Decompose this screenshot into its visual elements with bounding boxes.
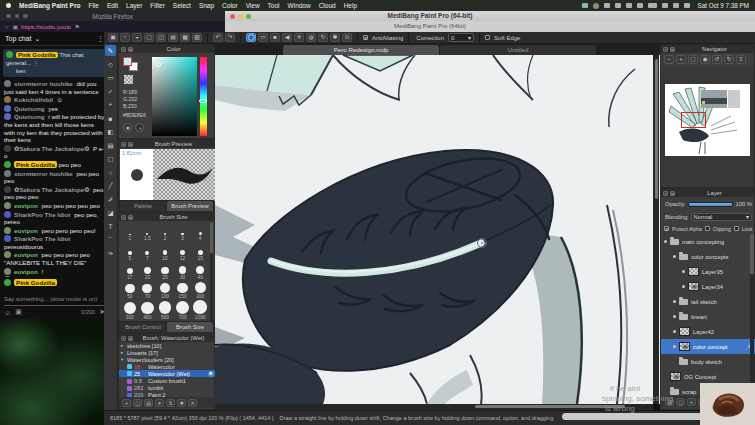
kebab-menu-icon[interactable]: ⋮ — [97, 35, 104, 43]
brush-size-17[interactable]: 17 — [121, 262, 139, 281]
bookmark-star-icon[interactable]: ☆ — [4, 23, 9, 30]
menu-item-tool[interactable]: Tool — [268, 2, 280, 9]
close-icon[interactable]: ✕ — [663, 47, 668, 52]
line-tool[interactable]: ╱ — [105, 180, 116, 191]
chat-message[interactable]: stormterror hushike peo peo peo — [3, 170, 106, 185]
navigator-menu-button[interactable]: ≡ — [736, 55, 746, 64]
popout-icon[interactable]: ⧉ — [128, 336, 133, 341]
layer-row-layer34[interactable]: Layer34 — [661, 279, 755, 294]
firefox-zoom-button[interactable] — [23, 14, 28, 19]
chat-message[interactable]: Quietsong yes — [3, 105, 106, 113]
undo-button[interactable]: ↶ — [213, 33, 223, 42]
brush-size-scrollbar[interactable] — [210, 223, 213, 321]
zoom-in-button[interactable]: + — [676, 55, 686, 64]
chat-input[interactable] — [4, 295, 105, 303]
blending-dropdown[interactable]: Normal▾ — [691, 213, 752, 221]
panel-layout-button[interactable]: ▤ — [168, 33, 178, 42]
brush-size-7[interactable]: 7 — [139, 242, 157, 261]
flag-icon[interactable]: ⚑ — [74, 23, 79, 30]
brush-settings-button[interactable]: ✱ — [177, 399, 186, 407]
new-canvas-button[interactable]: ▣ — [108, 33, 118, 42]
shape-tool[interactable]: ▢ — [105, 153, 116, 164]
menu-item-cloud[interactable]: Cloud — [319, 2, 336, 9]
zoom-button[interactable] — [246, 14, 251, 19]
visibility-dot[interactable] — [673, 300, 676, 303]
brush-size-300[interactable]: 300 — [121, 300, 139, 321]
ellipse-tool[interactable]: ○ — [105, 167, 116, 178]
correction-dropdown[interactable]: 0▾ — [448, 33, 474, 42]
brush-size-2[interactable]: 2 — [156, 223, 174, 242]
hue-slider[interactable] — [200, 57, 207, 136]
display-icon[interactable] — [604, 3, 610, 8]
menu-item-layer[interactable]: Layer — [126, 2, 142, 9]
brush-size-1.5[interactable]: 1.5 — [139, 223, 157, 242]
curve-tool[interactable]: ✑ — [105, 248, 116, 259]
popout-icon[interactable]: ⧉ — [128, 215, 133, 220]
brush-watercolor[interactable]: 18Watercolor — [119, 363, 216, 370]
popout-icon[interactable]: ⧉ — [670, 191, 675, 196]
chat-message[interactable]: Pink Godzilla peo peo — [3, 161, 106, 169]
move-tool[interactable]: + — [105, 99, 116, 110]
mask-tool[interactable]: ◪ — [105, 207, 116, 218]
visibility-dot[interactable] — [673, 315, 676, 318]
search-icon[interactable] — [673, 3, 679, 8]
color-wheel-button[interactable]: ✱ — [123, 123, 132, 132]
rotate-left-button[interactable]: ↺ — [712, 55, 722, 64]
popout-icon[interactable]: ⧉ — [128, 47, 133, 52]
brush-size-30[interactable]: 30 — [174, 262, 192, 281]
brush-menu-button[interactable]: ▾ — [155, 399, 164, 407]
firefox-close-button[interactable] — [6, 14, 11, 19]
close-icon[interactable]: ✕ — [121, 142, 126, 147]
layer-row-body-sketch[interactable]: body sketch — [661, 354, 755, 369]
firefox-minimize-button[interactable] — [15, 14, 20, 19]
chat-message[interactable]: Quietsong i will be protected by the ken… — [3, 113, 106, 143]
marquee-tool[interactable]: ▭ — [105, 72, 116, 83]
battery-icon[interactable] — [648, 3, 657, 8]
layer-row-color-concepts[interactable]: color concepts — [661, 249, 755, 264]
text-tool[interactable]: T — [105, 221, 116, 232]
brush-size-5[interactable]: 5 — [121, 242, 139, 261]
brush-group-waterclouders-20-[interactable]: ▾Waterclouders [20] — [119, 356, 216, 363]
select-rect-button[interactable]: ▭ — [258, 33, 268, 42]
snap-radial-button[interactable]: ✳ — [294, 33, 304, 42]
snap-circle-button[interactable]: ◍ — [306, 33, 316, 42]
deselect-button[interactable]: ◀ — [282, 33, 292, 42]
save-button[interactable]: ◫ — [156, 33, 166, 42]
canvas[interactable] — [215, 55, 660, 404]
brush-size-15[interactable]: 15 — [191, 242, 209, 261]
brush-size-10[interactable]: 10 — [156, 242, 174, 261]
visibility-dot[interactable] — [673, 255, 676, 258]
layer-row-layer35[interactable]: Layer35 — [661, 264, 755, 279]
menu-item-snap[interactable]: Snap — [199, 2, 214, 9]
layer-row-lineart[interactable]: lineart — [661, 309, 755, 324]
brush-size-25[interactable]: 25 — [156, 262, 174, 281]
shield-icon[interactable]: ▣ — [12, 23, 18, 30]
fit-view-button[interactable]: ▢ — [688, 55, 698, 64]
kebab-menu-icon[interactable]: ⋮ — [33, 60, 39, 66]
actual-size-button[interactable]: ◉ — [700, 55, 710, 64]
sort-brushes-button[interactable]: ⇅ — [166, 399, 175, 407]
grid-button[interactable]: ▦ — [180, 33, 190, 42]
tab-brush-size[interactable]: Brush Size — [167, 322, 213, 332]
chat-message[interactable]: euvipon ! — [3, 268, 106, 276]
hue-slider-handle[interactable] — [199, 99, 207, 103]
brush-size-40[interactable]: 40 — [191, 262, 209, 281]
delete-brush-button[interactable]: ✕ — [188, 399, 197, 407]
select-ellipse-button[interactable]: ◯ — [246, 33, 256, 42]
menu-item-select[interactable]: Select — [173, 2, 191, 9]
gear-icon[interactable]: ✱ — [208, 371, 214, 377]
magic-wand-tool[interactable]: ✓ — [105, 86, 116, 97]
menu-item-medibang-paint-pro[interactable]: MediBang Paint Pro — [19, 2, 80, 9]
brush-size-3[interactable]: 3 — [174, 223, 192, 242]
brush-size-1000[interactable]: 1000 — [191, 300, 209, 321]
brush-size-1[interactable]: 1 — [121, 223, 139, 242]
menu-item-file[interactable]: File — [88, 2, 98, 9]
rotate-right-button[interactable]: ↻ — [724, 55, 734, 64]
lock-checkbox[interactable] — [734, 226, 739, 231]
chat-message[interactable]: euvipon peo peo peo peo peo — [3, 202, 106, 210]
bucket-tool[interactable]: ◧ — [105, 126, 116, 137]
close-button[interactable] — [230, 14, 235, 19]
soft-edge-checkbox[interactable] — [485, 35, 490, 40]
visibility-dot[interactable] — [673, 330, 676, 333]
pinned-message[interactable]: Pink Godzilla This chat general... ⋮ ken — [3, 49, 106, 77]
